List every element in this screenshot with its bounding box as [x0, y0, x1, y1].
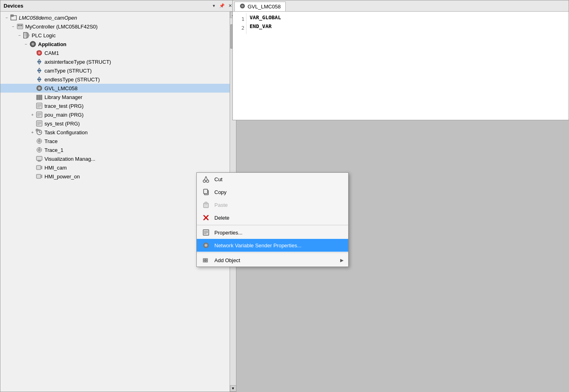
- code-line-1: VAR_GLOBAL: [250, 13, 281, 22]
- svg-line-62: [204, 176, 206, 180]
- svg-rect-30: [40, 95, 42, 100]
- devices-titlebar: Devices ▾ 📌 ✕: [0, 0, 236, 12]
- expand-icon-pou-main[interactable]: +: [29, 111, 36, 118]
- context-menu-copy[interactable]: Copy: [197, 186, 348, 198]
- pin-icon[interactable]: 📌: [219, 3, 225, 9]
- cam1-icon: [36, 49, 43, 57]
- svg-rect-4: [20, 25, 22, 26]
- close-icon[interactable]: ✕: [227, 3, 233, 9]
- tree-item-project[interactable]: − LMC058demo_camOpen: [0, 13, 230, 22]
- tree-label-trace-test: trace_test (PRG): [44, 103, 84, 109]
- hmi-cam-icon: [36, 164, 43, 171]
- expand-icon-sys-test: [29, 120, 36, 127]
- expand-icon-taskconfig[interactable]: +: [29, 129, 36, 135]
- context-menu-nvs-label: Network Variable Sender Properties...: [214, 242, 343, 249]
- tree-item-controller[interactable]: − MyController (LMC058LF42S0): [0, 22, 230, 31]
- expand-icon-gvl: [29, 85, 36, 91]
- svg-rect-80: [206, 261, 208, 262]
- tree-item-trace[interactable]: Trace: [0, 137, 230, 145]
- tree-item-pou-main[interactable]: + pou_main (PRG): [0, 110, 230, 119]
- context-menu-delete[interactable]: Delete: [197, 211, 348, 224]
- tree-item-taskconfig[interactable]: + Task Configuration: [0, 128, 230, 137]
- tab-icon-gvl: [240, 3, 245, 10]
- expand-icon-plclogic[interactable]: −: [16, 32, 23, 38]
- line-num-2: 2: [236, 24, 244, 32]
- svg-rect-28: [36, 95, 38, 100]
- tree-item-plclogic[interactable]: − PLC Logic: [0, 31, 230, 40]
- svg-line-63: [206, 176, 208, 180]
- sys-test-icon: [36, 120, 43, 127]
- svg-rect-77: [203, 259, 205, 260]
- devices-panel-title: Devices: [4, 3, 23, 9]
- context-menu: Cut Copy Paste Delete: [196, 172, 349, 267]
- expand-icon-controller[interactable]: −: [10, 23, 16, 30]
- expand-icon-trace: [29, 138, 36, 144]
- expand-icon-project[interactable]: −: [4, 14, 10, 21]
- add-object-icon: [202, 256, 210, 265]
- tree-item-trace-test[interactable]: trace_test (PRG): [0, 101, 230, 110]
- svg-rect-79: [206, 259, 208, 260]
- code-area[interactable]: VAR_GLOBAL END_VAR: [250, 13, 281, 34]
- tree-item-camtype[interactable]: camType (STRUCT): [0, 66, 230, 75]
- tree-label-axisinterface: axisinterfaceType (STRUCT): [44, 59, 111, 65]
- tree-item-endlesstype[interactable]: endlessType (STRUCT): [0, 75, 230, 84]
- expand-icon-application[interactable]: −: [23, 41, 29, 47]
- tree-item-libmanager[interactable]: Library Manager: [0, 93, 230, 101]
- editor-panel: GVL_LMC058 1 2 VAR_GLOBAL END_VAR: [232, 0, 569, 120]
- tree-item-trace1[interactable]: Trace_1: [0, 145, 230, 154]
- dropdown-arrow-icon[interactable]: ▾: [211, 3, 217, 9]
- tree-item-axisinterface[interactable]: axisinterfaceType (STRUCT): [0, 57, 230, 66]
- tree-item-hmi-power[interactable]: HMI_power_on: [0, 172, 230, 181]
- svg-point-18: [38, 61, 40, 63]
- svg-point-21: [38, 70, 40, 71]
- expand-icon-hmi-power: [29, 173, 36, 180]
- context-menu-cut[interactable]: Cut: [197, 173, 348, 186]
- tree-label-camtype: camType (STRUCT): [44, 68, 92, 74]
- expand-icon-camtype: [29, 67, 36, 74]
- svg-point-61: [206, 180, 209, 182]
- context-menu-cut-label: Cut: [214, 176, 343, 182]
- titlebar-controls: ▾ 📌 ✕: [211, 3, 233, 9]
- context-menu-separator-1: [197, 225, 348, 225]
- tree-item-vismanager[interactable]: Visualization Manag...: [0, 154, 230, 163]
- svg-rect-56: [36, 174, 41, 178]
- context-menu-add-object[interactable]: Add Object ▶: [197, 254, 348, 267]
- tree-label-controller: MyController (LMC058LF42S0): [25, 24, 98, 30]
- context-menu-separator-2: [197, 253, 348, 253]
- svg-point-14: [32, 43, 34, 45]
- scrollbar-arrow-down[interactable]: ▼: [230, 385, 236, 392]
- tree-label-project: LMC058demo_camOpen: [19, 15, 77, 21]
- svg-rect-67: [205, 202, 207, 204]
- editor-tab-gvl[interactable]: GVL_LMC058: [234, 2, 286, 11]
- svg-rect-52: [38, 160, 40, 162]
- svg-rect-54: [36, 166, 41, 170]
- svg-rect-44: [36, 129, 38, 131]
- context-menu-nvs-properties[interactable]: Network Variable Sender Properties...: [197, 239, 348, 252]
- expand-icon-axis: [29, 59, 36, 65]
- trace-test-icon: [36, 102, 43, 109]
- editor-content: 1 2 VAR_GLOBAL END_VAR: [233, 12, 569, 36]
- tree-item-cam1[interactable]: CAM1: [0, 48, 230, 57]
- add-object-arrow-icon: ▶: [340, 258, 343, 263]
- tree-item-gvl-lmc058[interactable]: GVL_LMC058: [0, 84, 230, 93]
- svg-rect-78: [203, 261, 205, 262]
- context-menu-properties-label: Properties...: [214, 230, 343, 236]
- tree-label-plclogic: PLC Logic: [32, 32, 56, 38]
- tree-area: − LMC058demo_camOpen −: [0, 12, 230, 392]
- svg-rect-3: [18, 25, 20, 26]
- tree-item-application[interactable]: − Application: [0, 40, 230, 48]
- context-menu-paste: Paste: [197, 198, 348, 211]
- context-menu-paste-label: Paste: [214, 202, 343, 208]
- tree-label-application: Application: [38, 41, 67, 47]
- tree-label-vismanager: Visualization Manag...: [44, 156, 95, 162]
- context-menu-delete-label: Delete: [214, 215, 343, 221]
- code-line-2: END_VAR: [250, 22, 281, 31]
- tree-label-taskconfig: Task Configuration: [44, 129, 88, 135]
- svg-point-60: [203, 180, 206, 182]
- tree-item-hmi-cam[interactable]: HMI_cam: [0, 163, 230, 172]
- context-menu-properties[interactable]: Properties...: [197, 226, 348, 239]
- expand-icon-endlesstype: [29, 76, 36, 83]
- expand-icon-cam1: [29, 50, 36, 56]
- tree-item-sys-test[interactable]: sys_test (PRG): [0, 119, 230, 128]
- tree-label-sys-test: sys_test (PRG): [44, 121, 80, 127]
